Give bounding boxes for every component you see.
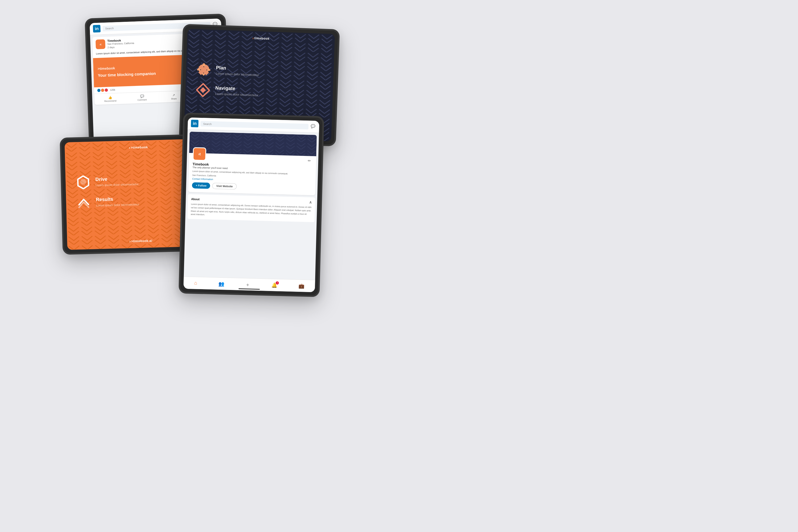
linkedin-logo-1: in: [93, 25, 100, 33]
plan-title: Plan: [216, 65, 259, 72]
drive-subtitle: Lorem ipsum dolor sitconsectetur: [95, 182, 138, 188]
results-icon: [77, 195, 91, 210]
reaction-count: 120k: [110, 88, 115, 91]
nav-home-4[interactable]: ⌂: [194, 280, 197, 286]
navigate-icon: [196, 83, 210, 97]
drive-icon: [76, 175, 90, 189]
dark-brand-top-logo: › timebook: [252, 36, 270, 41]
ipad-linkedin-profile: in Search 💬: [178, 113, 324, 297]
linkedin-header-4: in Search 💬: [188, 118, 319, 133]
dark-features-list: Plan Lorem ipsum dolor sitconsectetur: [185, 54, 334, 116]
plan-icon: [196, 63, 211, 77]
drive-title: Drive: [95, 175, 138, 182]
navigate-text: Navigate Lorem ipsum dolor sitconsectetu…: [215, 85, 258, 97]
drive-text: Drive Lorem ipsum dolor sitconsectetur: [95, 175, 138, 188]
follow-button[interactable]: + Follow: [192, 182, 210, 189]
message-icon-4[interactable]: 💬: [311, 124, 316, 130]
nav-jobs-4[interactable]: 💼: [299, 283, 305, 289]
reaction-dots: [97, 88, 108, 92]
orange-brand-top-logo: › >timebook: [129, 145, 148, 150]
profile-info: Timebook The only planner you'll ever ne…: [188, 162, 316, 195]
results-subtitle: Lorem ipsum dolor sitconsectetur: [96, 203, 139, 208]
post-brand-name: >timebook: [98, 65, 156, 71]
ipad-4-screen: in Search 💬: [184, 118, 320, 292]
results-text: Results Lorem ipsum dolor sitconsectetur: [96, 196, 139, 208]
plan-text: Plan Lorem ipsum dolor sitconsectetur: [216, 65, 259, 77]
search-bar-4[interactable]: Search: [201, 121, 308, 129]
about-expand-icon[interactable]: ∧: [309, 200, 312, 204]
feature-navigate: Navigate Lorem ipsum dolor sitconsectetu…: [196, 83, 322, 101]
nav-network-4[interactable]: 👥: [218, 281, 225, 287]
linkedin-logo-4: in: [191, 120, 199, 128]
orange-brand-bottom-logo: › >timebook.ai: [129, 239, 152, 243]
navigate-title: Navigate: [215, 85, 259, 92]
company-avatar: ›t: [95, 39, 105, 49]
feature-plan: Plan Lorem ipsum dolor sitconsectetur: [196, 63, 323, 81]
visit-website-button[interactable]: Visit Website: [212, 183, 237, 189]
edit-profile-icon[interactable]: ✏: [306, 157, 312, 164]
nav-notifications-4[interactable]: 🔔 3: [271, 282, 278, 288]
profile-avatar: ›t: [193, 147, 206, 161]
comment-action[interactable]: 💬 Comment: [126, 93, 158, 103]
post-tagline: Your time blocking companion: [98, 71, 156, 78]
plan-subtitle: Lorem ipsum dolor sitconsectetur: [216, 72, 259, 77]
recommend-action[interactable]: 👍 Recommend: [94, 94, 126, 104]
results-title: Results: [96, 196, 139, 203]
bottom-nav-4: ⌂ 👥 ＋ 🔔 3 💼: [184, 277, 315, 292]
navigate-subtitle: Lorem ipsum dolor sitconsectetur: [215, 92, 258, 97]
nav-add-4[interactable]: ＋: [245, 281, 250, 288]
about-section: About ∧ Lorem ipsum dolor sit amet, cons…: [188, 194, 315, 222]
notification-badge-4: 3: [276, 281, 279, 284]
profile-card: ›t ✏ Timebook The only planner you'll ev…: [188, 132, 317, 195]
about-body: Lorem ipsum dolor sit amet, consectetuer…: [191, 203, 312, 220]
profile-action-buttons: + Follow Visit Website: [192, 182, 312, 191]
about-title-text: About: [191, 197, 200, 201]
